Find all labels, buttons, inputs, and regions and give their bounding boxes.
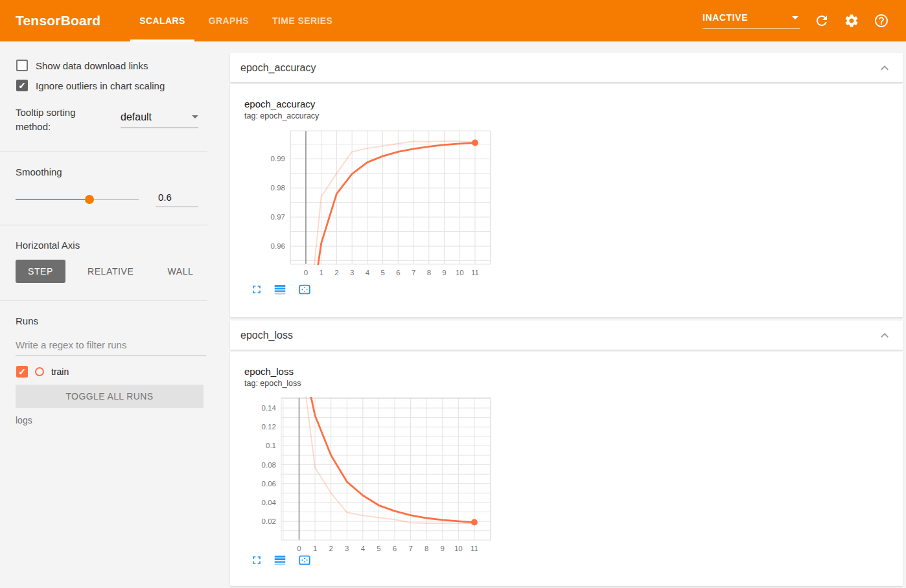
- check-icon: ✓: [18, 367, 26, 376]
- section-title: epoch_accuracy: [240, 62, 316, 74]
- svg-text:8: 8: [424, 545, 428, 552]
- show-download-links-row: Show data download links: [16, 60, 214, 71]
- show-download-links-checkbox[interactable]: [16, 60, 28, 71]
- fullscreen-icon: [250, 554, 263, 567]
- run-color-radio[interactable]: [35, 367, 44, 376]
- chart-heading: epoch_loss tag: epoch_loss: [244, 366, 301, 388]
- svg-text:7: 7: [408, 545, 412, 552]
- horizontal-axis-options: STEP RELATIVE WALL: [16, 260, 214, 283]
- chevron-up-icon: [877, 328, 892, 343]
- tooltip-sorting-value: default: [121, 111, 152, 123]
- svg-text:0: 0: [304, 269, 308, 277]
- help-button[interactable]: [874, 13, 889, 28]
- runs-label: Runs: [16, 315, 214, 326]
- section-header-epoch-loss[interactable]: epoch_loss: [230, 321, 903, 350]
- svg-text:1: 1: [319, 269, 323, 277]
- svg-text:10: 10: [456, 269, 464, 277]
- svg-text:0: 0: [297, 545, 301, 552]
- fit-domain-icon: [297, 553, 312, 567]
- chart-card-epoch-loss: epoch_loss tag: epoch_loss 0.020.040.060…: [230, 352, 903, 586]
- run-item-train: ✓ train: [16, 366, 214, 378]
- app-header: TensorBoard SCALARS GRAPHS TIME SERIES I…: [0, 0, 906, 41]
- tab-time-series[interactable]: TIME SERIES: [263, 0, 342, 41]
- horizontal-axis-label: Horizontal Axis: [16, 240, 214, 251]
- svg-text:0.96: 0.96: [271, 242, 285, 250]
- svg-text:11: 11: [471, 269, 479, 277]
- axis-wall-button[interactable]: WALL: [156, 260, 205, 283]
- ignore-outliers-checkbox[interactable]: ✓: [16, 80, 28, 91]
- slider-fill: [16, 199, 89, 200]
- collapse-section-button[interactable]: [877, 328, 892, 343]
- status-label: INACTIVE: [703, 12, 748, 23]
- run-train-checkbox[interactable]: ✓: [16, 366, 28, 378]
- svg-text:6: 6: [393, 545, 397, 552]
- svg-text:5: 5: [380, 269, 384, 277]
- header-actions: INACTIVE: [703, 0, 889, 41]
- svg-text:2: 2: [329, 545, 332, 552]
- refresh-icon: [814, 13, 830, 28]
- svg-text:1: 1: [313, 545, 317, 552]
- sidebar-divider: [0, 300, 207, 301]
- svg-text:0.02: 0.02: [262, 517, 276, 525]
- runs-filter-input[interactable]: [16, 335, 206, 356]
- tab-scalars[interactable]: SCALARS: [130, 0, 194, 41]
- show-download-links-label: Show data download links: [36, 60, 148, 71]
- runs-directory-label: logs: [16, 415, 214, 425]
- tab-graphs[interactable]: GRAPHS: [200, 0, 258, 41]
- chevron-down-icon: [192, 115, 198, 119]
- expand-chart-button[interactable]: [250, 282, 263, 297]
- fit-domain-icon: [297, 282, 312, 297]
- toggle-all-runs-button[interactable]: TOGGLE ALL RUNS: [16, 385, 203, 408]
- view-data-button[interactable]: [273, 282, 287, 297]
- svg-text:0.99: 0.99: [271, 155, 285, 163]
- axis-relative-button[interactable]: RELATIVE: [76, 260, 145, 283]
- smoothing-slider[interactable]: [16, 195, 139, 204]
- svg-text:0.98: 0.98: [271, 184, 285, 192]
- chevron-up-icon: [877, 60, 892, 76]
- svg-text:6: 6: [396, 269, 400, 277]
- sidebar-divider: [0, 225, 207, 225]
- accuracy-line-chart[interactable]: 0.960.970.980.9901234567891011: [251, 126, 498, 281]
- collapse-section-button[interactable]: [877, 60, 892, 76]
- svg-text:0.06: 0.06: [262, 480, 276, 488]
- chevron-down-icon: [792, 16, 798, 19]
- ignore-outliers-row: ✓ Ignore outliers in chart scaling: [16, 80, 214, 91]
- view-data-button[interactable]: [273, 553, 287, 567]
- expand-chart-button[interactable]: [250, 553, 263, 567]
- tooltip-sorting-label: Tooltip sorting method:: [16, 106, 93, 134]
- data-status-dropdown[interactable]: INACTIVE: [703, 12, 800, 29]
- fit-domain-button[interactable]: [297, 282, 312, 297]
- section-header-epoch-accuracy[interactable]: epoch_accuracy: [230, 53, 903, 82]
- fit-domain-button[interactable]: [297, 553, 312, 567]
- settings-sidebar: Show data download links ✓ Ignore outlie…: [0, 41, 214, 588]
- axis-step-button[interactable]: STEP: [16, 260, 65, 283]
- run-train-label: train: [51, 367, 69, 377]
- svg-text:8: 8: [427, 269, 431, 277]
- svg-text:11: 11: [470, 545, 478, 552]
- chart-toolbar: [250, 553, 312, 567]
- smoothing-label: Smoothing: [16, 166, 214, 177]
- data-table-icon: [273, 553, 287, 567]
- loss-line-chart[interactable]: 0.020.040.060.080.10.120.140123456789101…: [251, 393, 498, 555]
- svg-text:0.97: 0.97: [271, 213, 285, 221]
- chart-tag: tag: epoch_accuracy: [244, 111, 319, 120]
- help-icon: [874, 13, 889, 28]
- svg-text:0.12: 0.12: [262, 423, 276, 431]
- svg-text:0.08: 0.08: [262, 461, 276, 469]
- chart-title: epoch_loss: [244, 366, 301, 377]
- smoothing-value[interactable]: 0.6: [156, 192, 198, 207]
- svg-text:0.14: 0.14: [262, 404, 277, 412]
- chart-card-epoch-accuracy: epoch_accuracy tag: epoch_accuracy 0.960…: [230, 84, 903, 317]
- check-icon: ✓: [18, 81, 26, 90]
- svg-text:2: 2: [334, 269, 338, 277]
- tooltip-sorting-dropdown[interactable]: default: [121, 111, 198, 128]
- fullscreen-icon: [250, 283, 263, 296]
- svg-text:9: 9: [441, 545, 445, 552]
- section-title: epoch_loss: [240, 330, 293, 341]
- chart-heading: epoch_accuracy tag: epoch_accuracy: [244, 98, 319, 120]
- settings-button[interactable]: [844, 13, 859, 28]
- slider-thumb[interactable]: [85, 195, 94, 204]
- refresh-button[interactable]: [814, 13, 830, 28]
- svg-text:9: 9: [442, 269, 446, 277]
- sidebar-divider: [0, 152, 207, 152]
